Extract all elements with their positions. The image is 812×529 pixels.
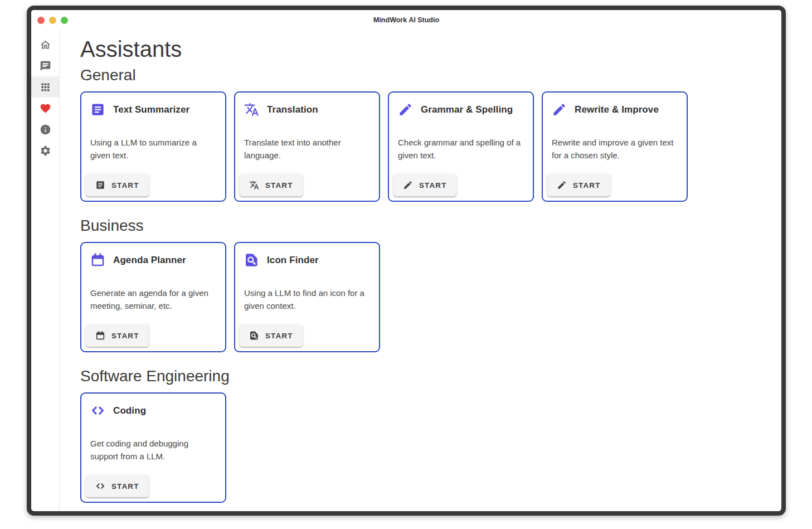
- card-header: Grammar & Spelling: [389, 93, 533, 117]
- card-actions: START: [81, 320, 225, 351]
- card-header: Text Summarizer: [81, 93, 225, 117]
- card-description: Get coding and debugging support from a …: [81, 418, 225, 463]
- card-row-general: Text Summarizer Using a LLM to summarize…: [80, 91, 759, 202]
- card-title: Translation: [267, 104, 318, 115]
- assistant-card-grammar-spelling: Grammar & Spelling Check grammar and spe…: [388, 91, 534, 202]
- section-heading-general: General: [80, 66, 759, 85]
- apps-grid-icon: [40, 81, 51, 93]
- start-button[interactable]: START: [547, 174, 610, 196]
- card-header: Agenda Planner: [81, 243, 225, 268]
- card-header: Rewrite & Improve: [543, 93, 687, 117]
- card-description: Generate an agenda for a given meeting, …: [81, 268, 225, 312]
- card-description: Rewrite and improve a given text for a c…: [543, 117, 687, 162]
- calendar-icon: [90, 253, 105, 268]
- chat-icon: [40, 60, 51, 72]
- app-window: MindWork AI Studio Assistants: [27, 6, 786, 516]
- icon-search-icon: [244, 253, 259, 268]
- window-title: MindWork AI Studio: [31, 16, 781, 24]
- page-title: Assistants: [80, 37, 759, 61]
- assistant-card-text-summarizer: Text Summarizer Using a LLM to summarize…: [80, 91, 226, 202]
- sidebar-item-chats[interactable]: [31, 55, 59, 76]
- start-button-label: START: [573, 181, 601, 190]
- card-actions: START: [235, 320, 379, 351]
- heart-icon: [40, 103, 51, 114]
- card-description: Check grammar and spelling of a given te…: [389, 117, 533, 162]
- pencil-icon: [557, 180, 567, 190]
- start-button-label: START: [111, 332, 139, 340]
- home-icon: [40, 39, 51, 51]
- card-description: Translate text into another language.: [235, 117, 379, 162]
- pencil-icon: [403, 180, 413, 190]
- app-body: Assistants General Text Summarizer Using…: [31, 30, 781, 511]
- card-description: Using a LLM to summarize a given text.: [81, 117, 225, 162]
- card-title: Rewrite & Improve: [575, 104, 659, 115]
- article-icon: [90, 102, 105, 117]
- assistant-card-rewrite-improve: Rewrite & Improve Rewrite and improve a …: [542, 91, 688, 202]
- card-actions: START: [389, 169, 533, 201]
- section-heading-business: Business: [80, 216, 759, 235]
- card-header: Icon Finder: [235, 243, 379, 268]
- start-button[interactable]: START: [86, 475, 149, 497]
- sidebar-item-settings[interactable]: [31, 140, 59, 161]
- start-button-label: START: [111, 181, 139, 190]
- card-title: Text Summarizer: [113, 104, 189, 115]
- icon-search-icon: [249, 331, 259, 341]
- start-button-label: START: [111, 482, 139, 491]
- gear-icon: [40, 145, 51, 157]
- start-button[interactable]: START: [86, 324, 149, 347]
- card-row-software-engineering: Coding Get coding and debugging support …: [80, 392, 759, 503]
- card-title: Agenda Planner: [113, 255, 186, 266]
- start-button-label: START: [265, 332, 293, 340]
- card-actions: START: [235, 169, 379, 201]
- pencil-icon: [552, 102, 567, 117]
- start-button[interactable]: START: [240, 324, 303, 347]
- sidebar-item-home[interactable]: [31, 34, 59, 55]
- card-actions: START: [81, 169, 225, 201]
- article-icon: [95, 180, 105, 190]
- assistant-card-translation: Translation Translate text into another …: [234, 91, 380, 202]
- sidebar: [31, 30, 60, 511]
- card-title: Coding: [113, 405, 146, 416]
- calendar-icon: [95, 331, 105, 341]
- card-title: Icon Finder: [267, 255, 319, 266]
- assistant-card-coding: Coding Get coding and debugging support …: [80, 392, 226, 503]
- assistant-card-icon-finder: Icon Finder Using a LLM to find an icon …: [234, 242, 380, 352]
- start-button[interactable]: START: [240, 174, 303, 196]
- start-button-label: START: [419, 181, 447, 190]
- card-description: Using a LLM to find an icon for a given …: [235, 268, 379, 312]
- code-icon: [95, 481, 105, 491]
- card-actions: START: [81, 470, 225, 502]
- info-icon: [40, 124, 51, 135]
- sidebar-item-assistants[interactable]: [31, 76, 59, 98]
- assistant-card-agenda-planner: Agenda Planner Generate an agenda for a …: [80, 242, 226, 352]
- card-header: Translation: [235, 93, 379, 117]
- start-button[interactable]: START: [393, 174, 456, 196]
- sidebar-item-supporters[interactable]: [31, 98, 59, 119]
- card-title: Grammar & Spelling: [421, 104, 513, 115]
- sidebar-item-about[interactable]: [31, 119, 59, 140]
- titlebar: MindWork AI Studio: [31, 10, 781, 30]
- start-button[interactable]: START: [86, 174, 149, 196]
- translate-icon: [244, 102, 259, 117]
- card-header: Coding: [81, 394, 225, 418]
- main-content: Assistants General Text Summarizer Using…: [60, 30, 781, 511]
- translate-icon: [249, 180, 259, 190]
- card-actions: START: [543, 169, 687, 201]
- code-icon: [90, 403, 105, 418]
- start-button-label: START: [265, 181, 293, 190]
- pencil-icon: [398, 102, 413, 117]
- section-heading-software-engineering: Software Engineering: [80, 367, 759, 386]
- card-row-business: Agenda Planner Generate an agenda for a …: [80, 242, 759, 352]
